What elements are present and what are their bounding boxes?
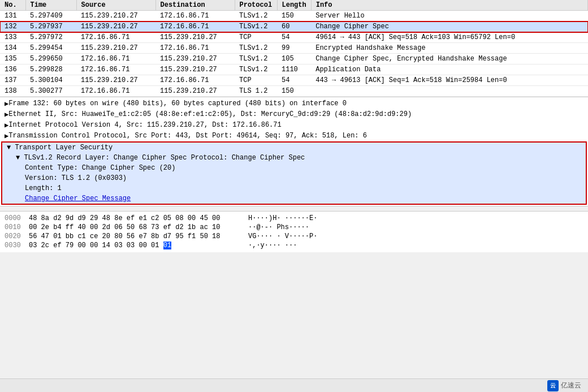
frame-detail[interactable]: ▶ Frame 132: 60 bytes on wire (480 bits)… [0, 98, 588, 109]
tcp-arrow: ▶ [5, 132, 8, 140]
col-info: Info [311, 0, 587, 11]
cell-1: 5.299454 [25, 43, 76, 54]
cell-4: TLSv1.2 [235, 21, 277, 32]
cell-6 [311, 86, 587, 97]
cell-4: TCP [235, 32, 277, 43]
cell-3: 172.16.86.71 [155, 43, 235, 54]
frame-arrow: ▶ [5, 100, 8, 108]
hex-dump: 000048 8a d2 9d d9 29 48 8e ef e1 c2 05 … [0, 211, 588, 252]
col-no: No. [0, 0, 25, 11]
cell-0: 133 [0, 32, 25, 43]
table-row[interactable]: 1325.297937115.239.210.27172.16.86.71TLS… [0, 21, 588, 32]
cell-1: 5.297972 [25, 32, 76, 43]
tls-content-type-text: Content Type: Change Cipher Spec (20) [25, 164, 175, 172]
col-destination: Destination [155, 0, 235, 11]
ethernet-arrow: ▶ [5, 110, 8, 119]
cell-5: 60 [277, 21, 311, 32]
cell-3: 115.239.210.27 [155, 54, 235, 64]
cell-5: 99 [277, 43, 311, 54]
hex-row: 003003 2c ef 79 00 00 14 03 03 00 01 01·… [5, 241, 583, 250]
cell-2: 172.16.86.71 [76, 86, 155, 97]
ethernet-detail[interactable]: ▶ Ethernet II, Src: HuaweiTe_e1:c2:05 (4… [0, 109, 588, 120]
cell-5: 105 [277, 54, 311, 64]
tls-record-line[interactable]: ▼ TLSv1.2 Record Layer: Change Cipher Sp… [2, 153, 586, 163]
cell-3: 172.16.86.71 [155, 21, 235, 32]
cell-6: 49614 → 443 [ACK] Seq=518 Ack=103 Win=65… [311, 32, 587, 43]
table-row[interactable]: 1365.299828172.16.86.71115.239.210.27TLS… [0, 64, 588, 75]
table-row[interactable]: 1345.299454115.239.210.27172.16.86.71TLS… [0, 43, 588, 54]
cell-3: 115.239.210.27 [155, 86, 235, 97]
tls-header[interactable]: ▼ Transport Layer Security [2, 143, 586, 153]
cell-5: 54 [277, 75, 311, 86]
frame-content: Frame 132: 60 bytes on wire (480 bits), … [8, 100, 347, 107]
cell-0: 135 [0, 54, 25, 64]
cell-5: 150 [277, 86, 311, 97]
status-bar: 云 亿速云 [0, 378, 588, 392]
cell-5: 1110 [277, 64, 311, 75]
tcp-detail[interactable]: ▶ Transmission Control Protocol, Src Por… [0, 131, 588, 141]
cell-3: 115.239.210.27 [155, 32, 235, 43]
col-time: Time [25, 0, 76, 11]
tls-record-text: TLSv1.2 Record Layer: Change Cipher Spec… [24, 154, 305, 162]
tls-expand-arrow: ▼ [7, 144, 15, 152]
cell-1: 5.299650 [25, 54, 76, 64]
cell-6: 443 → 49613 [ACK] Seq=1 Ack=518 Win=2598… [311, 75, 587, 86]
cell-4: TLSv1.2 [235, 11, 277, 21]
tls-content-type[interactable]: Content Type: Change Cipher Spec (20) [2, 163, 586, 173]
cell-6: Encrypted Handshake Message [311, 43, 587, 54]
tls-record-arrow: ▼ [16, 154, 24, 162]
packet-detail: ▶ Frame 132: 60 bytes on wire (480 bits)… [0, 97, 588, 206]
table-row[interactable]: 1375.300104115.239.210.27172.16.86.71TCP… [0, 75, 588, 86]
ip-detail[interactable]: ▶ Internet Protocol Version 4, Src: 115.… [0, 120, 588, 131]
hex-offset: 0020 [5, 232, 24, 240]
tls-section: ▼ Transport Layer Security ▼ TLSv1.2 Rec… [1, 141, 587, 205]
cell-1: 5.300277 [25, 86, 76, 97]
hex-highlight: 01 [163, 242, 171, 249]
cell-4: TLSv1.2 [235, 43, 277, 54]
cell-4: TLS 1.2 [235, 86, 277, 97]
cell-2: 172.16.86.71 [76, 64, 155, 75]
tls-length[interactable]: Length: 1 [2, 183, 586, 193]
cell-2: 115.239.210.27 [76, 11, 155, 21]
tls-header-text: Transport Layer Security [15, 144, 113, 152]
table-row[interactable]: 1315.297409115.239.210.27172.16.86.71TLS… [0, 11, 588, 21]
cell-1: 5.299828 [25, 64, 76, 75]
cell-0: 138 [0, 86, 25, 97]
cell-4: TLSv1.2 [235, 54, 277, 64]
table-row[interactable]: 1355.299650172.16.86.71115.239.210.27TLS… [0, 54, 588, 64]
cell-1: 5.297937 [25, 21, 76, 32]
cell-0: 131 [0, 11, 25, 21]
tls-version-text: Version: TLS 1.2 (0x0303) [25, 174, 127, 182]
tls-message[interactable]: Change Cipher Spec Message [2, 193, 586, 204]
cell-2: 115.239.210.27 [76, 75, 155, 86]
hex-ascii: ··@·-· Phs····· [248, 223, 309, 231]
tls-version[interactable]: Version: TLS 1.2 (0x0303) [2, 173, 586, 183]
hex-ascii: ·,·y···· ··· [248, 242, 297, 249]
cell-5: 150 [277, 11, 311, 21]
tls-message-text[interactable]: Change Cipher Spec Message [25, 195, 131, 203]
cell-0: 137 [0, 75, 25, 86]
hex-row: 000048 8a d2 9d d9 29 48 8e ef e1 c2 05 … [5, 214, 583, 223]
hex-bytes: 48 8a d2 9d d9 29 48 8e ef e1 c2 05 08 0… [29, 214, 244, 222]
packet-list: No. Time Source Destination Protocol Len… [0, 0, 588, 97]
col-length: Length [277, 0, 311, 11]
cell-6: Server Hello [311, 11, 587, 21]
cell-0: 136 [0, 64, 25, 75]
cell-0: 134 [0, 43, 25, 54]
cell-3: 172.16.86.71 [155, 75, 235, 86]
table-row[interactable]: 1385.300277172.16.86.71115.239.210.27TLS… [0, 86, 588, 97]
hex-row: 001000 2e b4 ff 40 00 2d 06 50 68 73 ef … [5, 223, 583, 232]
hex-offset: 0030 [5, 242, 24, 249]
cell-3: 115.239.210.27 [155, 64, 235, 75]
ip-arrow: ▶ [5, 121, 8, 130]
hex-ascii: VG···· · V·····P· [248, 232, 317, 240]
col-source: Source [76, 0, 155, 11]
hex-ascii: H····)H· ······E· [248, 214, 317, 222]
cell-1: 5.297409 [25, 11, 76, 21]
table-row[interactable]: 1335.297972172.16.86.71115.239.210.27TCP… [0, 32, 588, 43]
cell-2: 115.239.210.27 [76, 43, 155, 54]
col-protocol: Protocol [235, 0, 277, 11]
cell-1: 5.300104 [25, 75, 76, 86]
cell-6: Change Cipher Spec, Encrypted Handshake … [311, 54, 587, 64]
cell-2: 172.16.86.71 [76, 32, 155, 43]
